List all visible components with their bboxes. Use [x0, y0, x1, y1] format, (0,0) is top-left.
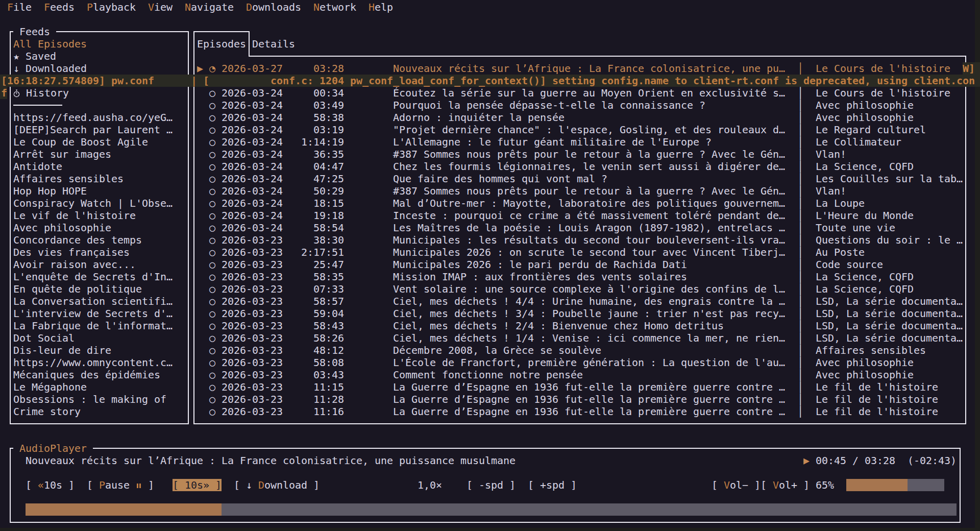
episode-feed: Les Couilles sur la tab…	[816, 173, 963, 185]
episode-column-separator: │	[797, 393, 803, 405]
episode-title: Que faire des hommes qui vont mal ?	[393, 173, 607, 185]
pause-button[interactable]: [ Pause ]	[87, 479, 154, 491]
episode-feed: Le fil de l'histoire	[816, 393, 938, 405]
episode-unplayed-icon: ○	[209, 197, 215, 209]
episode-title: L'École de Francfort, première génératio…	[393, 356, 785, 369]
menu-item-navigate[interactable]: Navigate	[185, 1, 234, 13]
episode-title: Comment fonctionne notre pensée	[393, 369, 583, 381]
speed-down-button[interactable]: [ -spd ]	[467, 479, 516, 491]
feed-item[interactable]: Avoir raison avec...	[13, 258, 136, 271]
episode-column-separator: │	[797, 356, 803, 369]
menu-item-feeds[interactable]: Feeds	[44, 1, 75, 13]
volume-up-button[interactable]: [ Vol+ ]	[761, 479, 810, 491]
down-arrow-icon: ↓	[13, 62, 19, 75]
episode-column-separator: │	[797, 405, 803, 418]
menu-item-downloads[interactable]: Downloads	[246, 1, 301, 13]
episode-unplayed-icon: ○	[209, 136, 215, 148]
download-button-hotkey: D	[258, 479, 264, 491]
forward-button-label: [ 10s» ]	[173, 479, 222, 491]
feed-item[interactable]: La Conversation scientifi…	[13, 295, 173, 307]
episode-feed: La Science, CQFD	[816, 271, 914, 283]
forward-button[interactable]: [ 10s» ]	[173, 479, 222, 491]
episode-column-separator: │	[797, 344, 803, 356]
episode-cursor-icon: ▶	[197, 62, 203, 75]
episode-feed: Avec philosophie	[816, 111, 914, 124]
log-wrap-bg: f	[0, 87, 7, 99]
episode-date: 2026-03-23	[222, 344, 283, 356]
tab-episodes[interactable]: Episodes	[197, 38, 246, 50]
feed-item[interactable]: Des vies françaises	[13, 246, 130, 258]
feed-item[interactable]: La Fabrique de l'informat…	[13, 320, 173, 332]
volume-down-button[interactable]: [ Vol− ]	[712, 479, 761, 491]
menu-item-help[interactable]: Help	[369, 1, 393, 13]
episode-feed: Le fil de l'histoire	[816, 381, 938, 393]
episode-feed: La Science, CQFD	[816, 160, 914, 173]
feeds-view-history[interactable]: History	[13, 87, 69, 99]
episode-unplayed-icon: ○	[209, 185, 215, 197]
menu-item-playback[interactable]: Playback	[87, 1, 136, 13]
episode-duration: 38:30	[283, 234, 344, 246]
feeds-view-all-episodes[interactable]: All Episodes	[13, 38, 87, 50]
feed-item[interactable]: Le Mégaphone	[13, 381, 87, 393]
volume-down-bracket-close: ]	[748, 479, 761, 491]
episode-date: 2026-03-23	[222, 393, 283, 405]
episode-unplayed-icon: ○	[209, 148, 215, 160]
feed-item[interactable]: En quête de politique	[13, 283, 142, 295]
episode-unplayed-icon: ○	[209, 369, 215, 381]
feed-item[interactable]: https://feed.ausha.co/yeG…	[13, 111, 173, 124]
episode-playing-icon: ◔	[209, 62, 215, 75]
episode-date: 2026-03-23	[222, 381, 283, 393]
episode-duration: 00:34	[283, 87, 344, 99]
feed-item[interactable]: https://www.omnycontent.c…	[13, 356, 173, 369]
log-line-bg: [16:18:27.574809] pw.conf | [ conf.c: 12…	[0, 75, 980, 87]
feed-item[interactable]: Antidote	[13, 160, 62, 173]
episode-unplayed-icon: ○	[209, 344, 215, 356]
episode-duration: 25:47	[283, 258, 344, 271]
feed-item[interactable]: Mécaniques des épidémies	[13, 369, 160, 381]
feeds-view-saved[interactable]: ★ Saved	[13, 50, 56, 62]
feed-item[interactable]: L'enquête de Secrets d'In…	[13, 271, 173, 283]
menu-item-file[interactable]: File	[7, 1, 32, 13]
feed-item[interactable]: Concordance des temps	[13, 234, 142, 246]
speed-up-button[interactable]: [ +spd ]	[528, 479, 577, 491]
episode-feed: Avec philosophie	[816, 369, 914, 381]
menu-item-hotkey: V	[148, 1, 154, 13]
episode-duration: 36:35	[283, 148, 344, 160]
feed-item[interactable]: Crime story	[13, 405, 81, 418]
feed-item[interactable]: Dis-leur de dire	[13, 344, 111, 356]
feed-item[interactable]: Avec philosophie	[13, 222, 111, 234]
rewind-button[interactable]: [ «10s ]	[26, 479, 75, 491]
episode-unplayed-icon: ○	[209, 99, 215, 111]
episode-column-separator: │	[797, 111, 803, 124]
episode-column-separator: │	[797, 320, 803, 332]
history-underline	[13, 105, 62, 106]
feed-item[interactable]: Le Coup de Boost Agile	[13, 136, 148, 148]
episode-title: Ciel, mes déchets ! 3/4 : Poubelle jaune…	[393, 307, 785, 320]
episode-title: #387 Sommes nous prêts pour le retour à …	[393, 185, 785, 197]
feeds-view-downloaded[interactable]: ↓ Downloaded	[13, 62, 87, 75]
menu-item-network[interactable]: Network	[313, 1, 356, 13]
volume-bar[interactable]	[846, 479, 944, 491]
feed-item[interactable]: [DEEP]Search par Laurent …	[13, 124, 173, 136]
menu-item-view[interactable]: View	[148, 1, 173, 13]
feed-item[interactable]: Arrêt sur images	[13, 148, 111, 160]
episodes-panel-top-border	[249, 56, 966, 57]
episode-title: Municipales 2026 : le pari perdu de Rach…	[393, 258, 687, 271]
progress-bar[interactable]	[26, 503, 957, 516]
feed-item[interactable]: Conspiracy Watch | L'Obse…	[13, 197, 173, 209]
tab-details[interactable]: Details	[252, 38, 295, 50]
episode-date: 2026-03-23	[222, 332, 283, 344]
episodes-panel-right-border	[965, 56, 966, 424]
feed-item[interactable]: Obsessions : le making of	[13, 393, 166, 405]
pause-icon	[136, 482, 142, 489]
episode-feed: Le Regard culturel	[816, 124, 926, 136]
episode-duration: 58:43	[283, 320, 344, 332]
feed-item[interactable]: Dot Social	[13, 332, 75, 344]
feed-item[interactable]: L'interview de Secrets d'…	[13, 307, 173, 320]
episode-title: "Projet dernière chance" : l'espace, Gos…	[393, 124, 785, 136]
feed-item[interactable]: Le vif de l'histoire	[13, 209, 136, 222]
feed-item[interactable]: Affaires sensibles	[13, 173, 124, 185]
download-button[interactable]: [ ↓ Download ]	[234, 479, 320, 491]
volume-bar-fill	[846, 479, 908, 491]
feed-item[interactable]: Hop Hop HOPE	[13, 185, 87, 197]
